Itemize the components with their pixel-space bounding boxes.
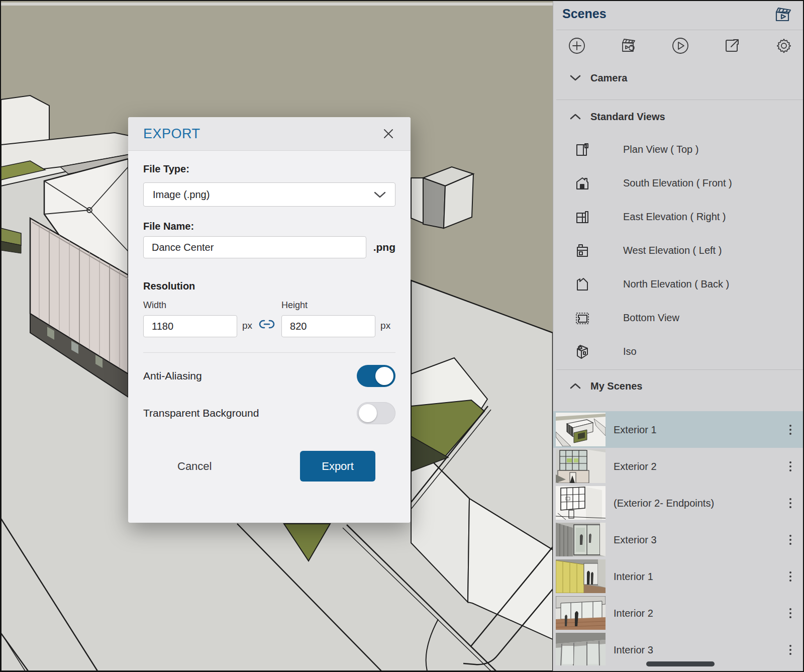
scroll-indicator[interactable] [646, 661, 715, 666]
height-unit: px [380, 320, 390, 331]
section-standard-views[interactable]: Standard Views [553, 104, 804, 129]
cancel-button[interactable]: Cancel [174, 459, 215, 473]
export-icon[interactable] [723, 36, 742, 55]
height-input[interactable] [281, 315, 375, 337]
scenes-toolbar [553, 30, 804, 61]
scene-label: Exterior 3 [614, 534, 657, 545]
chevron-down-icon [374, 191, 386, 198]
export-button[interactable]: Export [300, 451, 375, 482]
file-name-label: File Name: [143, 221, 395, 232]
add-scene-icon[interactable] [567, 36, 586, 55]
scene-label: Exterior 1 [614, 424, 657, 435]
section-camera-label: Camera [590, 72, 627, 84]
export-dialog-body: File Type: Image (.png) File Name: .png … [128, 163, 411, 482]
transparent-background-label: Transparent Background [143, 407, 259, 419]
scene-menu-kebab-icon[interactable] [784, 422, 796, 437]
scene-label: Exterior 2 [614, 460, 657, 472]
file-type-select[interactable]: Image (.png) [143, 182, 395, 207]
scene-thumbnail [556, 486, 606, 520]
scenes-panel: Scenes [553, 1, 804, 671]
view-item-west-elevation[interactable]: West Elevation ( Left ) [553, 234, 804, 267]
scene-thumbnail [556, 633, 606, 665]
scene-thumbnail [556, 413, 606, 446]
divider [143, 352, 395, 353]
width-label: Width [143, 300, 237, 311]
export-dialog: EXPORT File Type: Image (.png) File Name… [128, 117, 411, 523]
scene-label: Interior 2 [614, 607, 653, 619]
east-elevation-icon [573, 208, 591, 226]
scenes-panel-header: Scenes [553, 1, 804, 30]
settings-icon[interactable] [774, 36, 793, 55]
scene-menu-kebab-icon[interactable] [784, 496, 796, 511]
view-item-east-elevation[interactable]: East Elevation ( Right ) [553, 200, 804, 234]
app-window: Scenes [0, 0, 804, 672]
scene-row-exterior-1[interactable]: Exterior 1 [553, 411, 804, 448]
file-type-label: File Type: [143, 163, 395, 175]
scene-row-exterior-2[interactable]: Exterior 2 [553, 448, 804, 485]
my-scenes-list: Exterior 1 [553, 411, 804, 665]
scenes-clapperboard-icon[interactable] [773, 5, 793, 25]
view-item-label: North Elevation ( Back ) [623, 278, 729, 290]
section-camera[interactable]: Camera [553, 65, 804, 90]
scene-thumbnail [556, 523, 606, 556]
scene-row-interior-3[interactable]: Interior 3 [553, 631, 804, 665]
play-animation-icon[interactable] [671, 36, 690, 55]
section-standard-views-label: Standard Views [590, 111, 665, 123]
view-item-south-elevation[interactable]: South Elevation ( Front ) [553, 166, 804, 200]
section-my-scenes-label: My Scenes [590, 380, 642, 392]
width-unit: px [242, 320, 252, 331]
standard-views-list: Plan View ( Top ) South Elevation ( Fron… [553, 133, 804, 368]
west-elevation-icon [573, 242, 591, 260]
width-input[interactable] [143, 315, 237, 337]
transparent-background-toggle[interactable] [357, 402, 395, 424]
view-item-label: Iso [623, 346, 637, 357]
window-top-edge [1, 3, 553, 6]
scene-row-interior-2[interactable]: Interior 2 [553, 595, 804, 631]
north-elevation-icon [573, 275, 591, 294]
view-item-label: Bottom View [623, 312, 679, 324]
view-item-label: Plan View ( Top ) [623, 144, 698, 155]
iso-view-icon [573, 343, 591, 361]
plan-view-icon [573, 141, 591, 159]
scene-menu-kebab-icon[interactable] [784, 532, 796, 547]
aspect-link-icon[interactable] [258, 318, 275, 332]
height-label: Height [281, 300, 375, 311]
scene-row-interior-1[interactable]: Interior 1 [553, 558, 804, 595]
divider [556, 369, 804, 370]
scene-menu-kebab-icon[interactable] [784, 459, 796, 474]
scene-row-exterior-2-endpoints[interactable]: (Exterior 2- Endpoints) [553, 485, 804, 521]
anti-aliasing-label: Anti-Aliasing [143, 370, 202, 382]
scene-thumbnail [556, 559, 606, 593]
view-item-iso[interactable]: Iso [553, 335, 804, 368]
chevron-up-icon [569, 113, 581, 120]
chevron-down-icon [569, 74, 581, 81]
export-dialog-header: EXPORT [128, 117, 411, 151]
scene-label: (Exterior 2- Endpoints) [614, 497, 714, 509]
section-my-scenes[interactable]: My Scenes [553, 373, 804, 399]
resolution-label: Resolution [143, 280, 395, 292]
view-item-label: East Elevation ( Right ) [623, 211, 726, 223]
file-name-input[interactable] [143, 236, 366, 258]
view-item-label: West Elevation ( Left ) [623, 245, 722, 256]
south-elevation-icon [573, 174, 591, 193]
file-extension: .png [373, 241, 395, 253]
scene-menu-kebab-icon[interactable] [784, 642, 796, 657]
dialog-title: EXPORT [143, 126, 200, 142]
file-type-value: Image (.png) [153, 189, 210, 201]
scene-row-exterior-3[interactable]: Exterior 3 [553, 521, 804, 558]
scene-menu-kebab-icon[interactable] [784, 606, 796, 621]
close-icon[interactable] [380, 126, 396, 142]
view-item-label: South Elevation ( Front ) [623, 177, 732, 189]
anti-aliasing-toggle[interactable] [357, 365, 395, 387]
chevron-up-icon [569, 382, 581, 390]
divider [556, 100, 804, 100]
scene-thumbnail [556, 449, 606, 483]
view-item-plan-top[interactable]: Plan View ( Top ) [553, 133, 804, 166]
view-item-bottom-view[interactable]: Bottom View [553, 301, 804, 335]
scene-label: Interior 3 [614, 644, 653, 655]
view-item-north-elevation[interactable]: North Elevation ( Back ) [553, 267, 804, 301]
update-scene-icon[interactable] [619, 36, 638, 55]
scene-thumbnail [556, 596, 606, 630]
bottom-view-icon [573, 309, 591, 327]
scene-menu-kebab-icon[interactable] [784, 569, 796, 584]
